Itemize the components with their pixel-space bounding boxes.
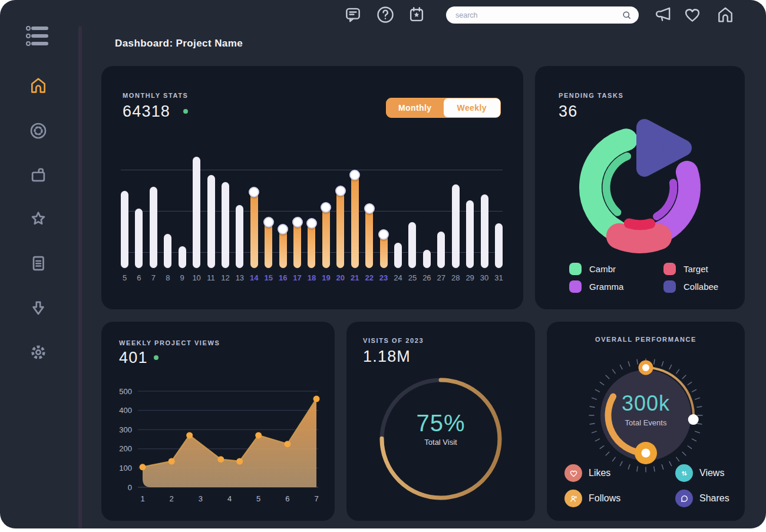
bar-day-19[interactable]	[322, 207, 330, 268]
sidebar-item-notes[interactable]	[29, 254, 48, 273]
sidebar-item-favorites[interactable]	[29, 210, 48, 229]
message-icon	[344, 5, 362, 24]
messages-button[interactable]	[344, 5, 362, 24]
bar-day-28[interactable]	[452, 184, 460, 268]
bar-axis-label: 12	[222, 273, 229, 282]
bar-axis-label: 24	[394, 273, 402, 282]
user-plus-icon	[564, 490, 582, 507]
sidebar-item-projects[interactable]	[29, 166, 48, 184]
bar-day-13[interactable]	[236, 205, 243, 268]
gauge-value-label: Total Events	[587, 418, 705, 427]
bar-day-9[interactable]	[179, 246, 186, 268]
bar-axis-label: 15	[265, 273, 272, 282]
bar-day-23[interactable]	[380, 234, 388, 268]
bar-day-20[interactable]	[336, 191, 344, 268]
legend-item-gramma: Gramma	[569, 280, 663, 293]
legend-label: Cambr	[589, 264, 616, 274]
bar-axis-label: 26	[423, 273, 431, 282]
bar-axis-label: 8	[164, 273, 171, 282]
legend-item-cambr: Cambr	[569, 263, 663, 275]
home-button[interactable]	[716, 5, 735, 24]
toggle-weekly-button[interactable]: Weekly	[444, 98, 501, 117]
chat-bubble-icon	[675, 490, 693, 507]
bar-axis-label: 28	[452, 273, 460, 282]
pending-tasks-card: PENDING TASKS 36 CambrTargetGrammaCollab…	[535, 66, 745, 309]
legend-label: Shares	[699, 493, 729, 504]
period-toggle[interactable]: Monthly Weekly	[386, 98, 501, 118]
bar-day-22[interactable]	[365, 209, 373, 268]
svg-text:6: 6	[285, 494, 289, 503]
bar-day-16[interactable]	[279, 229, 287, 268]
bar-marker	[292, 217, 303, 227]
bag-icon	[29, 166, 48, 184]
bar-day-27[interactable]	[437, 232, 445, 268]
search-input[interactable]	[446, 11, 622, 19]
bar-marker	[335, 186, 346, 196]
announcements-button[interactable]	[654, 5, 673, 24]
legend-swatch	[569, 280, 582, 293]
bar-series	[121, 153, 503, 268]
bar-day-29[interactable]	[466, 200, 474, 268]
bar-marker	[349, 170, 360, 180]
bar-day-14[interactable]	[250, 192, 258, 268]
performance-legend-item-likes: Likes	[564, 464, 675, 482]
bar-axis-label: 25	[408, 273, 416, 282]
help-button[interactable]	[376, 5, 395, 24]
bar-day-6[interactable]	[135, 209, 143, 268]
gauge-center: 300k Total Events	[587, 391, 705, 427]
bar-day-7[interactable]	[150, 187, 157, 268]
bar-day-31[interactable]	[495, 223, 503, 268]
sidebar-item-home[interactable]	[29, 76, 48, 95]
bar-day-15[interactable]	[265, 222, 272, 268]
bar-day-5[interactable]	[121, 191, 128, 268]
page-title: Dashboard: Project Name	[115, 38, 243, 49]
toggle-monthly-button[interactable]: Monthly	[387, 98, 444, 117]
bar-day-21[interactable]	[351, 175, 359, 268]
svg-text:3: 3	[199, 494, 203, 503]
donut-legend: CambrTargetGrammaCollabee	[569, 263, 718, 293]
monthly-bar-axis: 5678910111213141516171819202122232425262…	[121, 273, 503, 282]
legend-swatch	[663, 280, 676, 293]
bar-day-10[interactable]	[193, 157, 200, 268]
visits-ring-center: 75% Total Visit	[382, 410, 500, 447]
legend-item-target: Target	[663, 263, 718, 275]
star-icon	[29, 210, 48, 229]
bar-axis-label: 10	[193, 273, 200, 282]
monthly-stats-value: 64318	[123, 103, 188, 121]
sidebar-item-dashboard[interactable]	[29, 121, 48, 140]
performance-legend-item-shares: Shares	[675, 490, 729, 507]
bar-day-11[interactable]	[207, 175, 215, 268]
home-icon	[716, 5, 735, 24]
megaphone-icon	[654, 5, 673, 24]
bar-axis-label: 13	[236, 273, 243, 282]
sidebar-item-settings[interactable]	[29, 343, 48, 362]
search-bar[interactable]	[446, 6, 639, 24]
bar-axis-label: 30	[481, 273, 488, 282]
svg-text:7: 7	[314, 494, 318, 503]
bar-axis-label: 23	[380, 273, 388, 282]
performance-card: OVERALL PERFORMANCE 300k Total Events Li…	[547, 322, 745, 521]
bar-axis-label: 18	[308, 273, 315, 282]
bar-day-26[interactable]	[423, 250, 431, 268]
home-icon	[29, 76, 48, 95]
calendar-button[interactable]	[407, 5, 426, 24]
bar-marker	[378, 229, 389, 240]
bar-day-25[interactable]	[408, 222, 416, 268]
menu-list-icon[interactable]	[25, 24, 52, 48]
bar-day-12[interactable]	[222, 182, 229, 268]
sidebar-item-downloads[interactable]	[29, 299, 48, 318]
bar-day-8[interactable]	[164, 234, 171, 269]
performance-legend: LikesViewsFollowsShares	[564, 464, 729, 507]
bar-day-24[interactable]	[394, 243, 402, 268]
weekly-views-area-chart: 01002003004005001234567	[101, 322, 335, 521]
bar-axis-label: 31	[495, 273, 503, 282]
svg-text:1: 1	[140, 494, 144, 503]
bar-day-30[interactable]	[481, 194, 488, 268]
bar-day-17[interactable]	[293, 222, 301, 268]
notes-icon	[29, 254, 48, 273]
svg-text:0: 0	[128, 483, 132, 492]
favorites-button[interactable]	[683, 5, 702, 24]
search-icon[interactable]	[622, 10, 632, 20]
bar-day-18[interactable]	[308, 223, 315, 268]
bar-axis-label: 27	[437, 273, 445, 282]
